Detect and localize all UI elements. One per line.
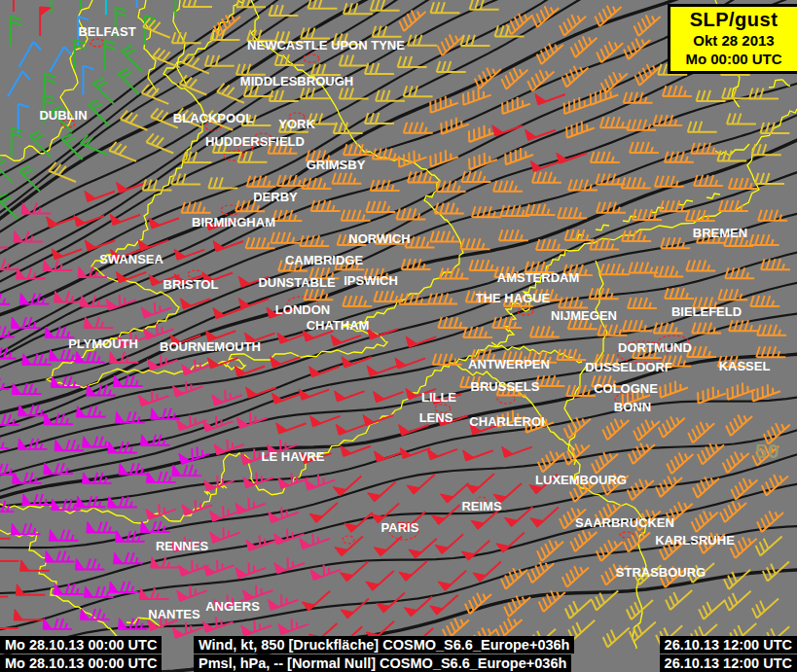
city-label: BONN [614, 400, 651, 414]
footer-row-pmsl: Mo 28.10.13 00:00 UTC Pmsl, hPa, -- [Nor… [0, 654, 797, 672]
city-label: IPSWICH [344, 273, 398, 288]
city-label: BOURNEMOUTH [160, 339, 261, 354]
city-label: LILLE [421, 390, 456, 405]
city-label: REIMS [461, 499, 502, 513]
contour-value-label: 50 [755, 440, 779, 463]
city-label: GRIMSBY [307, 158, 366, 172]
city-label: NANTES [148, 607, 200, 621]
weather-map-canvas: BELFASTDUBLINNEWCASTLE UPON TYNEMIDDLESB… [0, 0, 797, 672]
weather-map-screen: BELFASTDUBLINNEWCASTLE UPON TYNEMIDDLESB… [0, 0, 797, 672]
city-label: BIELEFELD [671, 304, 742, 319]
city-label: BLACKPOOL [173, 111, 253, 125]
city-label: LENS [419, 410, 453, 425]
footer-field-desc-2: Pmsl, hPa, -- [Normal Null] COSMO_S6.6_E… [194, 654, 571, 672]
city-label: BREMEN [693, 226, 747, 240]
footer-run-time-1: 26.10.13 12:00 UTC [660, 636, 797, 654]
city-label: AMSTERDAM [497, 270, 580, 285]
city-label: HUDDERSFIELD [205, 134, 305, 149]
city-label: BRISTOL [163, 277, 219, 292]
city-label: MIDDLESBROUGH [240, 74, 353, 88]
footer-run-time-2: 26.10.13 12:00 UTC [660, 654, 797, 672]
city-label: PLYMOUTH [68, 336, 138, 351]
city-label: STRASBOURG [616, 565, 706, 580]
footer-field-desc-1: Wind, kt, 850 [Druckfläche] COSMO_S6.6_E… [194, 636, 574, 654]
city-label: DUSSELDORF [585, 360, 672, 374]
city-label: DUBLIN [39, 108, 87, 123]
city-label: RENNES [156, 539, 209, 553]
city-label: KARLSRUHE [655, 533, 735, 548]
city-label: NIJMEGEN [551, 308, 617, 323]
city-label: DORTMUND [618, 340, 692, 355]
city-label: BIRMINGHAM [192, 215, 275, 230]
legend-box: SLP/gust Okt 28 2013 Mo 00:00 UTC [668, 4, 797, 74]
city-label: LE HAVRE [262, 449, 325, 464]
city-label: NORWICH [348, 231, 410, 246]
city-label: BELFAST [78, 24, 135, 39]
city-label: THE HAGUE [476, 291, 551, 305]
footer-valid-time-2: Mo 28.10.13 00:00 UTC [0, 654, 162, 672]
city-label: CAMBRIDGE [285, 253, 363, 267]
city-label: DERBY [253, 190, 298, 204]
city-label: PARIS [381, 520, 419, 535]
city-label: DUNSTABLE [258, 275, 336, 290]
legend-date: Okt 28 2013 [672, 31, 795, 50]
city-label: YORK [278, 117, 315, 131]
footer-valid-time-1: Mo 28.10.13 00:00 UTC [0, 636, 162, 654]
footer-row-wind: Mo 28.10.13 00:00 UTC Wind, kt, 850 [Dru… [0, 636, 797, 654]
city-label: ANTWERPEN [468, 357, 550, 371]
city-label: ANGERS [205, 599, 260, 614]
city-label: NEWCASTLE UPON TYNE [247, 38, 405, 53]
city-label: CHARLEROI [469, 414, 544, 429]
city-label: LUXEMBOURG [535, 473, 627, 487]
city-label: BRUSSELS [471, 379, 540, 394]
city-label: SAARBRUCKEN [575, 515, 674, 530]
city-label: COLOGNE [594, 381, 658, 396]
city-label: SWANSEA [99, 252, 163, 266]
legend-time: Mo 00:00 UTC [672, 50, 795, 68]
legend-title: SLP/gust [672, 8, 795, 31]
city-label: CHATHAM [307, 318, 370, 333]
city-label: KASSEL [719, 359, 771, 373]
city-label: LONDON [275, 302, 330, 317]
